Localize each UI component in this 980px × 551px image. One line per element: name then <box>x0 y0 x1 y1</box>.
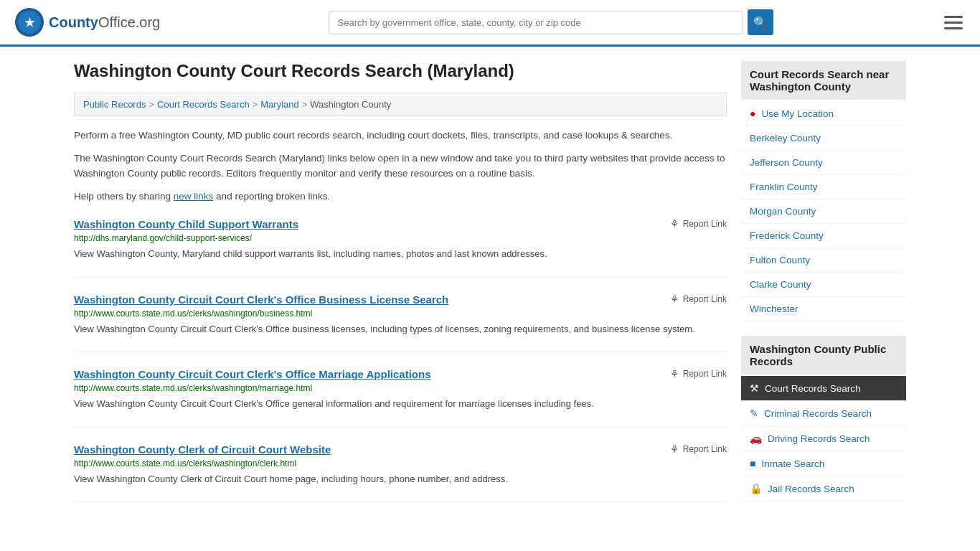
report-icon-4: ⚘ <box>670 443 679 455</box>
breadcrumb-washington-county: Washington County <box>310 99 391 110</box>
report-icon-3: ⚘ <box>670 368 679 380</box>
sidebar-item-label-location: Use My Location <box>761 108 834 119</box>
description-p2: The Washington County Court Records Sear… <box>74 151 727 182</box>
result-title-2[interactable]: Washington County Circuit Court Clerk's … <box>74 293 448 306</box>
result-desc-1: View Washington County, Maryland child s… <box>74 247 727 261</box>
criminal-icon: ✎ <box>750 408 758 419</box>
sidebar-item-use-my-location[interactable]: ● Use My Location <box>741 101 906 126</box>
report-icon-2: ⚘ <box>670 293 679 305</box>
sidebar-nearby-header: Court Records Search near Washington Cou… <box>741 61 906 100</box>
result-url-4[interactable]: http://www.courts.state.md.us/clerks/was… <box>74 458 727 468</box>
svg-text:★: ★ <box>24 17 35 29</box>
header: ★ CountyOffice.org 🔍 <box>0 0 980 47</box>
sidebar-item-label-winchester: Winchester <box>750 303 798 314</box>
result-title-row-3: Washington County Circuit Court Clerk's … <box>74 368 727 380</box>
sidebar-item-label-frederick: Frederick County <box>750 230 824 241</box>
breadcrumb-sep-2: > <box>253 99 258 110</box>
logo-text: CountyOffice.org <box>49 14 160 31</box>
search-icon: 🔍 <box>753 16 768 29</box>
menu-bar-2 <box>944 22 963 24</box>
sidebar-item-fulton[interactable]: Fulton County <box>741 248 906 273</box>
breadcrumb-court-records[interactable]: Court Records Search <box>157 99 250 110</box>
content: Washington County Court Records Search (… <box>74 61 727 518</box>
sidebar-item-label-berkeley: Berkeley County <box>750 133 821 143</box>
report-link-3[interactable]: ⚘ Report Link <box>670 368 727 380</box>
menu-button[interactable] <box>941 13 966 32</box>
location-icon: ● <box>750 108 755 119</box>
sidebar-item-label-franklin: Franklin County <box>750 182 818 192</box>
description: Perform a free Washington County, MD pub… <box>74 128 727 204</box>
result-title-row-4: Washington County Clerk of Circuit Court… <box>74 443 727 456</box>
result-item-3: Washington County Circuit Court Clerk's … <box>74 368 727 428</box>
sidebar-item-label-clarke: Clarke County <box>750 279 811 290</box>
sidebar-item-clarke[interactable]: Clarke County <box>741 273 906 297</box>
breadcrumb-maryland[interactable]: Maryland <box>260 99 298 110</box>
menu-bar-3 <box>944 27 963 29</box>
result-url-1[interactable]: http://dhs.maryland.gov/child-support-se… <box>74 233 727 243</box>
report-link-1[interactable]: ⚘ Report Link <box>670 218 727 230</box>
sidebar-nearby-section: Court Records Search near Washington Cou… <box>741 61 906 321</box>
description-p1: Perform a free Washington County, MD pub… <box>74 128 727 143</box>
result-desc-3: View Washington County Circuit Court Cle… <box>74 397 727 411</box>
logo-icon: ★ <box>14 7 44 37</box>
sidebar-item-label-jefferson: Jefferson County <box>750 157 823 168</box>
sidebar-item-berkeley[interactable]: Berkeley County <box>741 126 906 151</box>
page-title: Washington County Court Records Search (… <box>74 61 727 81</box>
sidebar-item-frederick[interactable]: Frederick County <box>741 224 906 248</box>
sidebar-item-label-driving: Driving Records Search <box>768 433 870 444</box>
sidebar-item-winchester[interactable]: Winchester <box>741 297 906 321</box>
breadcrumb: Public Records > Court Records Search > … <box>74 93 727 116</box>
sidebar-item-morgan[interactable]: Morgan County <box>741 199 906 224</box>
sidebar-item-driving-records[interactable]: 🚗 Driving Records Search <box>741 426 906 451</box>
sidebar-item-criminal-records[interactable]: ✎ Criminal Records Search <box>741 401 906 426</box>
result-item-4: Washington County Clerk of Circuit Court… <box>74 443 727 503</box>
report-link-4[interactable]: ⚘ Report Link <box>670 443 727 455</box>
result-item-1: Washington County Child Support Warrants… <box>74 218 727 278</box>
sidebar-item-label-criminal: Criminal Records Search <box>764 408 872 419</box>
sidebar-item-inmate-search[interactable]: ■ Inmate Search <box>741 451 906 476</box>
sidebar-public-records-section: Washington County Public Records ⚒ Court… <box>741 336 906 501</box>
logo-area: ★ CountyOffice.org <box>14 7 160 37</box>
new-links[interactable]: new links <box>174 191 214 202</box>
sidebar-item-label-fulton: Fulton County <box>750 255 810 265</box>
sidebar-item-label-morgan: Morgan County <box>750 206 816 217</box>
sidebar-item-court-records[interactable]: ⚒ Court Records Search <box>741 376 906 401</box>
menu-bar-1 <box>944 16 963 18</box>
sidebar-public-records-header: Washington County Public Records <box>741 336 906 375</box>
sidebar-item-label-jail: Jail Records Search <box>768 484 854 494</box>
breadcrumb-sep-1: > <box>149 99 154 110</box>
result-title-4[interactable]: Washington County Clerk of Circuit Court… <box>74 443 331 456</box>
sidebar-item-jail-records[interactable]: 🔒 Jail Records Search <box>741 476 906 501</box>
result-title-row-2: Washington County Circuit Court Clerk's … <box>74 293 727 306</box>
breadcrumb-public-records[interactable]: Public Records <box>83 99 146 110</box>
report-link-2[interactable]: ⚘ Report Link <box>670 293 727 305</box>
court-icon: ⚒ <box>750 382 759 394</box>
result-desc-2: View Washington County Circuit Court Cle… <box>74 322 727 336</box>
report-icon-1: ⚘ <box>670 218 679 230</box>
description-p3: Help others by sharing new links and rep… <box>74 189 727 204</box>
result-item-2: Washington County Circuit Court Clerk's … <box>74 293 727 353</box>
sidebar-item-jefferson[interactable]: Jefferson County <box>741 151 906 175</box>
breadcrumb-sep-3: > <box>302 99 308 110</box>
jail-icon: 🔒 <box>750 483 762 494</box>
result-desc-4: View Washington County Clerk of Circuit … <box>74 472 727 486</box>
sidebar-item-label-inmate: Inmate Search <box>761 458 824 469</box>
search-button[interactable]: 🔍 <box>748 9 773 35</box>
sidebar-item-label-court: Court Records Search <box>765 383 861 394</box>
result-title-1[interactable]: Washington County Child Support Warrants <box>74 218 298 230</box>
driving-icon: 🚗 <box>750 433 762 444</box>
sidebar: Court Records Search near Washington Cou… <box>741 61 906 518</box>
result-title-3[interactable]: Washington County Circuit Court Clerk's … <box>74 368 431 380</box>
inmate-icon: ■ <box>750 458 755 469</box>
result-url-3[interactable]: http://www.courts.state.md.us/clerks/was… <box>74 383 727 393</box>
main-container: Washington County Court Records Search (… <box>60 47 920 532</box>
results: Washington County Child Support Warrants… <box>74 218 727 502</box>
result-url-2[interactable]: http://www.courts.state.md.us/clerks/was… <box>74 309 727 319</box>
search-area: 🔍 <box>329 9 773 35</box>
sidebar-item-franklin[interactable]: Franklin County <box>741 175 906 199</box>
search-input[interactable] <box>329 11 743 34</box>
result-title-row-1: Washington County Child Support Warrants… <box>74 218 727 230</box>
